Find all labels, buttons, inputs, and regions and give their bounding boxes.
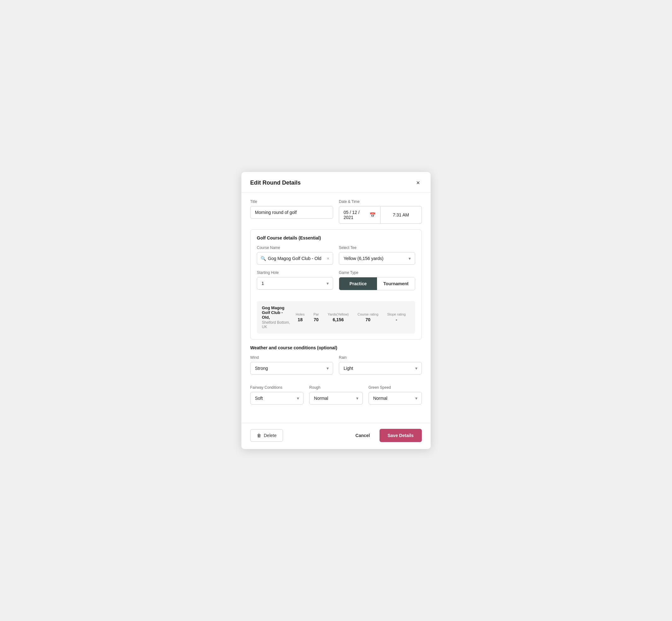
course-rating-value: 70: [358, 317, 378, 322]
starting-hole-dropdown[interactable]: 1234 5678 910: [257, 277, 333, 290]
slope-rating-stat: Slope rating -: [383, 313, 410, 322]
title-field-group: Title: [250, 199, 333, 224]
wind-group: Wind NoneLightModerateStrong ▾: [250, 355, 333, 375]
modal-footer: 🗑 Delete Cancel Save Details: [241, 423, 431, 449]
select-tee-wrap: Yellow (6,156 yards) White Red Blue ▾: [339, 252, 415, 265]
yards-label: Yards(Yellow): [328, 313, 349, 316]
select-tee-dropdown[interactable]: Yellow (6,156 yards) White Red Blue: [339, 252, 415, 265]
course-search-wrap: 🔍 ×: [257, 252, 333, 265]
yards-value: 6,156: [328, 317, 349, 322]
fairway-label: Fairway Conditions: [250, 385, 303, 390]
course-section-title: Golf Course details (Essential): [257, 236, 415, 241]
fairway-group: Fairway Conditions SoftNormalHard ▾: [250, 385, 303, 405]
slope-rating-label: Slope rating: [387, 313, 406, 316]
holes-stat: Holes 18: [291, 313, 309, 322]
game-type-label: Game Type: [339, 271, 415, 275]
rain-group: Rain NoneLightModerateHeavy ▾: [339, 355, 422, 375]
course-info-name: Gog Magog Golf Club - Old,: [262, 305, 291, 320]
course-info-bar: Gog Magog Golf Club - Old, Shelford Bott…: [257, 301, 415, 334]
course-info-name-block: Gog Magog Golf Club - Old, Shelford Bott…: [262, 305, 291, 329]
date-value: 05 / 12 / 2021: [344, 210, 367, 220]
rough-select-wrap: SoftNormalHard ▾: [309, 392, 363, 405]
holes-value: 18: [296, 317, 304, 322]
trash-icon: 🗑: [257, 433, 261, 438]
rain-select-wrap: NoneLightModerateHeavy ▾: [339, 362, 422, 375]
rough-group: Rough SoftNormalHard ▾: [309, 385, 363, 405]
green-speed-select-wrap: SlowNormalFast ▾: [369, 392, 422, 405]
course-name-input[interactable]: [257, 252, 333, 265]
date-time-row: 05 / 12 / 2021 📅 7:31 AM: [339, 206, 422, 224]
select-tee-group: Select Tee Yellow (6,156 yards) White Re…: [339, 246, 415, 265]
footer-right: Cancel Save Details: [352, 429, 422, 442]
delete-button[interactable]: 🗑 Delete: [250, 429, 283, 442]
green-speed-dropdown[interactable]: SlowNormalFast: [369, 392, 422, 405]
modal-title: Edit Round Details: [250, 179, 301, 186]
time-value: 7:31 AM: [393, 212, 409, 217]
starting-hole-wrap: 1234 5678 910 ▾: [257, 277, 333, 290]
wind-select-wrap: NoneLightModerateStrong ▾: [250, 362, 333, 375]
course-rating-label: Course rating: [358, 313, 378, 316]
select-tee-label: Select Tee: [339, 246, 415, 250]
slope-rating-value: -: [387, 317, 406, 322]
conditions-row: Fairway Conditions SoftNormalHard ▾ Roug…: [250, 385, 422, 410]
close-button[interactable]: ×: [414, 179, 422, 187]
save-button[interactable]: Save Details: [380, 429, 422, 442]
game-type-group: Game Type Practice Tournament: [339, 271, 415, 290]
holes-label: Holes: [296, 313, 304, 316]
weather-section: Weather and course conditions (optional)…: [250, 345, 422, 410]
game-type-toggle: Practice Tournament: [339, 277, 415, 290]
course-clear-icon[interactable]: ×: [327, 256, 329, 261]
search-icon: 🔍: [261, 256, 266, 261]
hole-gametype-row: Starting Hole 1234 5678 910 ▾ Game Type: [257, 271, 415, 296]
title-input[interactable]: [250, 206, 333, 219]
modal-header: Edit Round Details ×: [241, 172, 431, 193]
course-name-label: Course Name: [257, 246, 333, 250]
green-speed-label: Green Speed: [369, 385, 422, 390]
tournament-button[interactable]: Tournament: [377, 277, 415, 290]
green-speed-group: Green Speed SlowNormalFast ▾: [369, 385, 422, 405]
title-label: Title: [250, 199, 333, 204]
time-box[interactable]: 7:31 AM: [380, 206, 422, 224]
course-tee-row: Course Name 🔍 × Select Tee Yellow (6,156…: [257, 246, 415, 271]
cancel-button[interactable]: Cancel: [352, 430, 374, 441]
wind-dropdown[interactable]: NoneLightModerateStrong: [250, 362, 333, 375]
calendar-icon: 📅: [370, 212, 376, 218]
course-section: Golf Course details (Essential) Course N…: [250, 230, 422, 339]
modal-body: Title Date & Time 05 / 12 / 2021 📅 7:31 …: [241, 193, 431, 423]
wind-label: Wind: [250, 355, 333, 360]
par-label: Par: [313, 313, 319, 316]
practice-button[interactable]: Practice: [339, 277, 377, 290]
course-rating-stat: Course rating 70: [353, 313, 383, 322]
edit-round-modal: Edit Round Details × Title Date & Time 0…: [241, 172, 431, 449]
rough-dropdown[interactable]: SoftNormalHard: [309, 392, 363, 405]
par-stat: Par 70: [309, 313, 323, 322]
rain-dropdown[interactable]: NoneLightModerateHeavy: [339, 362, 422, 375]
wind-rain-row: Wind NoneLightModerateStrong ▾ Rain None…: [250, 355, 422, 380]
datetime-label: Date & Time: [339, 199, 422, 204]
date-box[interactable]: 05 / 12 / 2021 📅: [339, 206, 380, 224]
weather-section-title: Weather and course conditions (optional): [250, 345, 422, 350]
title-datetime-row: Title Date & Time 05 / 12 / 2021 📅 7:31 …: [250, 199, 422, 230]
delete-label: Delete: [264, 433, 277, 438]
course-info-location: Shelford Bottom, UK: [262, 320, 291, 329]
datetime-field-group: Date & Time 05 / 12 / 2021 📅 7:31 AM: [339, 199, 422, 224]
starting-hole-label: Starting Hole: [257, 271, 333, 275]
yards-stat: Yards(Yellow) 6,156: [323, 313, 353, 322]
rough-label: Rough: [309, 385, 363, 390]
course-name-group: Course Name 🔍 ×: [257, 246, 333, 265]
par-value: 70: [313, 317, 319, 322]
fairway-select-wrap: SoftNormalHard ▾: [250, 392, 303, 405]
starting-hole-group: Starting Hole 1234 5678 910 ▾: [257, 271, 333, 290]
fairway-dropdown[interactable]: SoftNormalHard: [250, 392, 303, 405]
rain-label: Rain: [339, 355, 422, 360]
